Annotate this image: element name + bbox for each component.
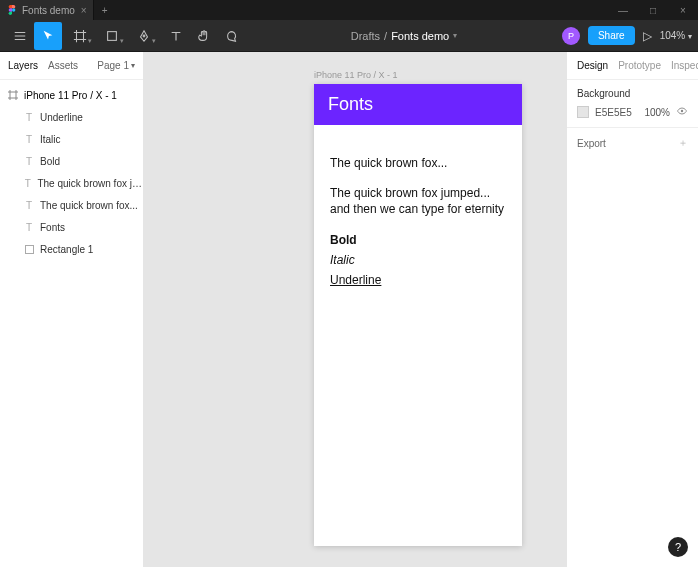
toolbar: ▾ ▾ ▾ ▾ Drafts / Fonts demo ▾ P Share ▷ … — [0, 20, 698, 52]
tab-prototype[interactable]: Prototype — [618, 60, 661, 71]
right-panel-tabs: Design Prototype Inspect — [567, 52, 698, 80]
frame-tool-button[interactable] — [66, 22, 94, 50]
export-section[interactable]: Export ＋ — [567, 128, 698, 158]
text-paragraph: The quick brown fox jumped... and then w… — [330, 185, 506, 217]
zoom-level[interactable]: 104% ▾ — [660, 30, 692, 41]
help-button[interactable]: ? — [668, 537, 688, 557]
breadcrumb-project[interactable]: Drafts — [351, 30, 380, 42]
svg-rect-1 — [108, 31, 117, 40]
text-layer-icon: T — [24, 112, 34, 123]
text-bold: Bold — [330, 232, 506, 248]
layer-item[interactable]: TThe quick brown fox jumped...... — [0, 172, 143, 194]
tab-close-icon[interactable]: × — [81, 5, 87, 16]
document-tab-title: Fonts demo — [22, 5, 75, 16]
document-tab[interactable]: Fonts demo × — [0, 0, 94, 20]
artboard-header: Fonts — [314, 84, 522, 125]
text-layer-icon: T — [24, 156, 34, 167]
svg-rect-2 — [25, 245, 33, 253]
background-hex-input[interactable]: E5E5E5 — [595, 107, 638, 118]
background-section: Background E5E5E5 100% — [567, 80, 698, 128]
window-close-button[interactable]: × — [668, 5, 698, 16]
canvas[interactable]: iPhone 11 Pro / X - 1 Fonts The quick br… — [144, 52, 566, 567]
layer-item[interactable]: TItalic — [0, 128, 143, 150]
text-italic: Italic — [330, 252, 506, 268]
chevron-down-icon[interactable]: ▾ — [453, 31, 457, 40]
text-tool-button[interactable] — [162, 22, 190, 50]
svg-point-0 — [12, 8, 15, 11]
text-underline: Underline — [330, 272, 506, 288]
comment-tool-button[interactable] — [218, 22, 246, 50]
window-minimize-button[interactable]: — — [608, 5, 638, 16]
page-selector[interactable]: Page 1▾ — [97, 60, 135, 71]
frame-icon — [8, 90, 18, 100]
tab-layers[interactable]: Layers — [8, 60, 38, 71]
breadcrumb-sep: / — [384, 30, 387, 42]
window-controls: — □ × — [608, 5, 698, 16]
export-label: Export — [577, 138, 606, 149]
tab-inspect[interactable]: Inspect — [671, 60, 698, 71]
text-layer-icon: T — [24, 200, 34, 211]
move-tool-button[interactable] — [34, 22, 62, 50]
text-layer-icon: T — [24, 134, 34, 145]
tab-assets[interactable]: Assets — [48, 60, 78, 71]
shape-tool-button[interactable] — [98, 22, 126, 50]
svg-point-3 — [681, 110, 683, 112]
figma-logo-icon — [8, 5, 16, 15]
visibility-toggle-icon[interactable] — [676, 105, 688, 119]
titlebar: Fonts demo × + — □ × — [0, 0, 698, 20]
background-label: Background — [577, 88, 688, 99]
tab-add-button[interactable]: + — [94, 5, 116, 16]
present-button[interactable]: ▷ — [643, 29, 652, 43]
rectangle-layer-icon — [24, 245, 34, 254]
hand-tool-button[interactable] — [190, 22, 218, 50]
artboard-body: The quick brown fox... The quick brown f… — [314, 125, 522, 318]
layer-item[interactable]: Rectangle 1 — [0, 238, 143, 260]
breadcrumb-document[interactable]: Fonts demo — [391, 30, 449, 42]
layer-item[interactable]: TFonts — [0, 216, 143, 238]
plus-icon[interactable]: ＋ — [678, 136, 688, 150]
text-layer-icon: T — [24, 178, 31, 189]
text-layer-icon: T — [24, 222, 34, 233]
avatar[interactable]: P — [562, 27, 580, 45]
layer-frame[interactable]: iPhone 11 Pro / X - 1 — [0, 84, 143, 106]
artboard[interactable]: Fonts The quick brown fox... The quick b… — [314, 84, 522, 546]
layers-list: iPhone 11 Pro / X - 1 TUnderline TItalic… — [0, 80, 143, 264]
text-line: The quick brown fox... — [330, 155, 506, 171]
layer-item[interactable]: TUnderline — [0, 106, 143, 128]
color-swatch[interactable] — [577, 106, 589, 118]
pen-tool-button[interactable] — [130, 22, 158, 50]
left-panel: Layers Assets Page 1▾ iPhone 11 Pro / X … — [0, 52, 144, 567]
artboard-wrapper: iPhone 11 Pro / X - 1 Fonts The quick br… — [314, 70, 522, 546]
share-button[interactable]: Share — [588, 26, 635, 45]
right-panel: Design Prototype Inspect Background E5E5… — [566, 52, 698, 567]
layer-item[interactable]: TThe quick brown fox... — [0, 194, 143, 216]
window-maximize-button[interactable]: □ — [638, 5, 668, 16]
tab-design[interactable]: Design — [577, 60, 608, 71]
background-opacity-input[interactable]: 100% — [644, 107, 670, 118]
left-panel-tabs: Layers Assets Page 1▾ — [0, 52, 143, 80]
layer-item[interactable]: TBold — [0, 150, 143, 172]
main-menu-button[interactable] — [6, 22, 34, 50]
artboard-label[interactable]: iPhone 11 Pro / X - 1 — [314, 70, 522, 80]
